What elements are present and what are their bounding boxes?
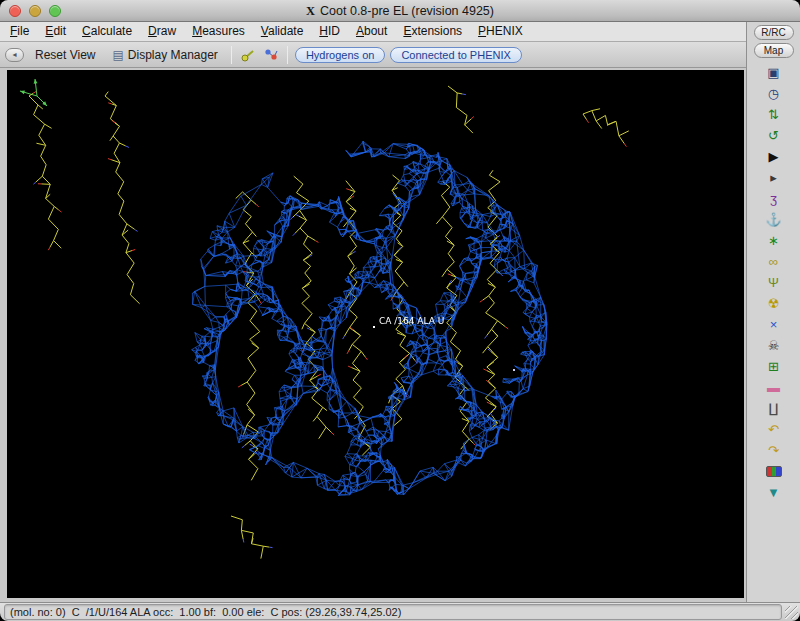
status-bar: (mol. no: 0) C /1/U/164 ALA occ: 1.00 bf… xyxy=(0,602,800,621)
add-plus-icon[interactable]: ⊞ xyxy=(764,358,784,375)
hydrogens-toggle-button[interactable]: Hydrogens on xyxy=(295,47,386,63)
updown-arrows-icon[interactable]: ⇅ xyxy=(764,106,784,123)
psi-icon[interactable]: Ψ xyxy=(764,274,784,291)
anchor-icon[interactable]: ⚓ xyxy=(764,211,784,228)
redo-icon[interactable]: ↷ xyxy=(764,442,784,459)
sphere-display-icon[interactable]: ▣ xyxy=(764,64,784,81)
window-title: XCoot 0.8-pre EL (revision 4925) xyxy=(0,0,800,22)
coot-window: XCoot 0.8-pre EL (revision 4925) FileEdi… xyxy=(0,0,800,621)
menu-validate[interactable]: Validate xyxy=(253,22,312,41)
trash-icon[interactable]: ∐ xyxy=(764,400,784,417)
title-bar[interactable]: XCoot 0.8-pre EL (revision 4925) xyxy=(0,0,800,22)
status-text: (mol. no: 0) C /1/U/164 ALA occ: 1.00 bf… xyxy=(4,604,782,620)
clock-icon[interactable]: ◷ xyxy=(764,85,784,102)
window-title-text: Coot 0.8-pre EL (revision 4925) xyxy=(320,4,494,18)
main-toolbar: ◂ Reset View ▤ Display Manager Hydrogens… xyxy=(0,42,746,68)
toolbar-overflow-button[interactable]: ◂ xyxy=(5,48,24,62)
reset-view-button[interactable]: Reset View xyxy=(29,46,101,64)
go-to-atom-icon[interactable] xyxy=(262,46,280,64)
tool-strip: ▣◷⇅↺▶▸ʒ⚓∗∞Ψ☢×☠⊞▬∐↶↷▼ xyxy=(747,64,800,501)
gl-canvas[interactable] xyxy=(7,70,744,598)
step-icon[interactable]: ▸ xyxy=(764,169,784,186)
display-manager-icon: ▤ xyxy=(112,48,123,62)
x11-icon: X xyxy=(306,4,315,18)
main-area: FileEditCalculateDrawMeasuresValidateHID… xyxy=(0,22,800,602)
phenix-connection-button[interactable]: Connected to PHENIX xyxy=(390,47,521,63)
map-button[interactable]: Map xyxy=(754,43,794,58)
menu-extensions[interactable]: Extensions xyxy=(395,22,470,41)
toolbar-separator xyxy=(231,46,232,64)
display-manager-button[interactable]: ▤ Display Manager xyxy=(106,46,223,64)
rrc-button[interactable]: R/RC xyxy=(754,25,794,40)
chi-angle-icon[interactable]: ʒ xyxy=(764,190,784,207)
flag-icon[interactable]: ▼ xyxy=(764,484,784,501)
right-toolbar-column: R/RC Map ▣◷⇅↺▶▸ʒ⚓∗∞Ψ☢×☠⊞▬∐↶↷▼ xyxy=(746,22,800,602)
reset-view-label: Reset View xyxy=(35,48,95,62)
toolbar-separator xyxy=(287,46,288,64)
menu-file[interactable]: File xyxy=(2,22,37,41)
left-column: FileEditCalculateDrawMeasuresValidateHID… xyxy=(0,22,746,602)
menu-calculate[interactable]: Calculate xyxy=(74,22,140,41)
mutate-cross-icon[interactable]: × xyxy=(764,316,784,333)
menu-phenix[interactable]: PHENIX xyxy=(470,22,531,41)
undo-icon[interactable]: ↶ xyxy=(764,421,784,438)
rotamer-balls-icon[interactable]: ∞ xyxy=(764,253,784,270)
radiation-icon[interactable]: ☢ xyxy=(764,295,784,312)
asterisk-icon[interactable]: ∗ xyxy=(764,232,784,249)
menu-draw[interactable]: Draw xyxy=(140,22,184,41)
menu-hid[interactable]: HID xyxy=(311,22,348,41)
display-manager-label: Display Manager xyxy=(128,48,218,62)
ball-and-stick-icon[interactable] xyxy=(239,46,257,64)
menubar-items: FileEditCalculateDrawMeasuresValidateHID… xyxy=(0,22,746,42)
menu-measures[interactable]: Measures xyxy=(184,22,253,41)
rgb-stripes-icon[interactable] xyxy=(766,466,782,477)
menu-about[interactable]: About xyxy=(348,22,395,41)
gl-canvas-frame xyxy=(0,68,746,602)
eraser-icon[interactable]: ▬ xyxy=(764,379,784,396)
resize-grip[interactable] xyxy=(785,606,798,619)
menu-edit[interactable]: Edit xyxy=(37,22,74,41)
play-icon[interactable]: ▶ xyxy=(764,148,784,165)
refresh-arrows-icon[interactable]: ↺ xyxy=(764,127,784,144)
skull-icon[interactable]: ☠ xyxy=(764,337,784,354)
